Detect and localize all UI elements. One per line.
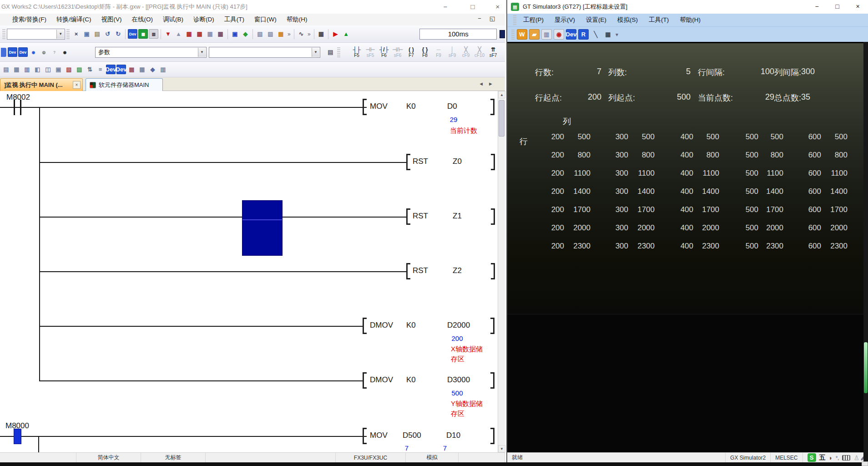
fb-icon[interactable]: ▦ <box>12 65 21 74</box>
read-from-plc-icon[interactable]: ▲ <box>174 29 183 39</box>
sogou-input-icon[interactable]: S <box>807 453 816 462</box>
tab-next-icon[interactable]: ► <box>488 81 493 86</box>
chevron-down-icon[interactable]: ▼ <box>56 30 64 39</box>
mdi-minimize-button[interactable]: − <box>475 15 484 22</box>
toolbar-grip[interactable] <box>513 15 516 25</box>
arrange-windows-icon[interactable]: ▩ <box>276 29 286 39</box>
copy-icon[interactable]: ▣ <box>82 29 91 39</box>
gx-menu-item[interactable]: 窗口(W) <box>249 15 282 24</box>
gt-menu-item[interactable]: 设置(E) <box>580 16 612 24</box>
coil-icon[interactable]: ( ) F7 <box>404 45 418 60</box>
device-display-eye-icon[interactable]: ◉ <box>29 47 38 57</box>
gx-menu-item[interactable]: 工具(T) <box>219 15 249 24</box>
statement-icon[interactable]: ▣ <box>54 65 63 74</box>
keyboard-input-icon[interactable]: ▦ <box>603 29 613 40</box>
toolbar-grip[interactable] <box>2 29 5 39</box>
toolbar-overflow-icon[interactable]: » <box>286 31 292 37</box>
edit-cursor[interactable] <box>242 200 283 256</box>
jump-combo[interactable]: ▼ <box>7 29 66 40</box>
open-project-icon[interactable]: ▰ <box>529 29 540 40</box>
gx-minimize-button[interactable]: − <box>436 0 455 13</box>
toolbar-grip[interactable] <box>511 30 515 40</box>
close-icon[interactable]: × <box>73 81 81 89</box>
soft-keyboard-icon[interactable] <box>842 455 850 461</box>
scrollbar-thumb[interactable] <box>864 342 868 393</box>
toolbar-grip[interactable] <box>337 47 340 57</box>
device-search-icon[interactable]: Dev <box>566 29 576 40</box>
gx-close-button[interactable]: × <box>490 0 505 13</box>
device-display-icon[interactable]: Dev <box>128 29 137 39</box>
punctuation-icon[interactable]: °, <box>836 455 839 461</box>
toolbar-overflow-icon[interactable]: » <box>306 31 312 37</box>
watch-window-icon[interactable]: ▣ <box>230 29 240 39</box>
dev-cross-ref-icon[interactable]: Dev <box>106 65 116 74</box>
horizontal-line-icon[interactable]: ─ F9 <box>432 45 445 60</box>
tab-device-memory[interactable]: 软元件存储器MAIN <box>86 78 163 91</box>
gx-menu-item[interactable]: 诊断(D) <box>188 15 219 24</box>
monitor-write-icon[interactable]: ▦ <box>195 29 204 39</box>
monitor-start-icon[interactable]: ▦ <box>184 29 194 39</box>
gx-menu-item[interactable]: 转换/编译(C) <box>51 15 96 24</box>
tab-prev-icon[interactable]: ◄ <box>479 81 484 86</box>
chevron-down-icon[interactable]: ▼ <box>312 48 319 57</box>
run-icon[interactable]: ▶ <box>331 29 340 39</box>
gx-menu-item[interactable]: 视图(V) <box>96 15 127 24</box>
user-profile-icon[interactable]: ♙ <box>853 454 859 461</box>
delete-vline-icon[interactable]: ╳ cF10 <box>473 45 486 60</box>
window-select-combo[interactable]: 参数 ▼ <box>95 47 207 58</box>
paste-icon[interactable]: ▤ <box>92 29 102 39</box>
open-contact-icon[interactable]: ┤├ F5 <box>350 45 363 60</box>
monitor-pause-icon[interactable]: ▦ <box>205 29 215 39</box>
chip-icon[interactable]: ▦ <box>317 29 326 39</box>
save-project-icon[interactable]: ▥ <box>541 29 552 40</box>
trace-icon[interactable]: ∿ <box>297 29 306 39</box>
new-project-icon[interactable]: W <box>517 29 527 40</box>
option-icon[interactable]: ╲ <box>590 29 601 40</box>
gt-menu-item[interactable]: 工程(P) <box>518 16 549 24</box>
scan-time-box[interactable]: 100ms <box>419 29 497 40</box>
bookmark-icon[interactable]: ▥ <box>158 65 168 74</box>
closed-branch-icon[interactable]: ⊣/⊢ sF6 <box>391 45 404 60</box>
mdi-restore-button[interactable]: ◱ <box>488 15 497 22</box>
closed-contact-icon[interactable]: ┤/├ F6 <box>377 45 391 60</box>
ladder-scrollbar[interactable]: ▲ ▼ <box>498 91 505 452</box>
gx-maximize-button[interactable]: □ <box>463 0 482 13</box>
scroll-down-icon[interactable]: ▼ <box>498 445 505 452</box>
delete-hline-icon[interactable]: ╳ cF9 <box>459 45 473 60</box>
note-edit-icon[interactable]: ▧ <box>64 65 74 74</box>
gt-minimize-button[interactable]: − <box>807 0 827 13</box>
gt-menu-item[interactable]: 工具(T) <box>643 16 674 24</box>
tool-a-icon[interactable]: ▩ <box>127 65 136 74</box>
help-icon[interactable]: ? <box>50 47 59 57</box>
redo-icon[interactable]: ↻ <box>113 29 123 39</box>
device-monitor-icon[interactable]: ▥ <box>149 29 158 39</box>
step-run-icon[interactable]: ▲ <box>341 29 351 39</box>
gx-menu-item[interactable]: 在线(O) <box>127 15 158 24</box>
monitor-screen-icon[interactable]: ▦ <box>138 29 148 39</box>
application-instruction-icon[interactable]: { } F8 <box>418 45 432 60</box>
device-select-combo[interactable]: ▼ <box>209 47 320 58</box>
tile-windows-icon[interactable]: ▨ <box>266 29 275 39</box>
toolbar-grip[interactable] <box>66 29 70 39</box>
jump-icon[interactable]: ◆ <box>148 65 157 74</box>
stop-simulation-icon[interactable]: ◉ <box>554 29 564 40</box>
gt-maximize-button[interactable]: □ <box>827 0 848 13</box>
ladder-block-icon[interactable]: ▥ <box>22 65 32 74</box>
pulse-contact-icon[interactable]: ⇈ sF7 <box>486 45 500 60</box>
page-preview-icon[interactable]: ▤ <box>326 47 335 57</box>
gx-menu-item[interactable]: 搜索/替换(F) <box>7 15 51 24</box>
chevron-down-icon[interactable]: ▼ <box>198 48 206 57</box>
gt-scrollbar[interactable] <box>863 42 868 462</box>
undo-icon[interactable]: ↺ <box>103 29 112 39</box>
dev-list-used-icon[interactable]: Dev <box>116 65 126 74</box>
gt-menu-item[interactable]: 帮助(H) <box>674 16 706 24</box>
zoom-device-icon[interactable]: ◎ <box>39 47 49 57</box>
restart-simulation-icon[interactable]: R <box>578 29 589 40</box>
device-test-icon[interactable]: ▨ <box>75 65 84 74</box>
gx-menu-item[interactable]: 调试(B) <box>158 15 188 24</box>
moon-icon[interactable]: ◗ <box>829 454 833 461</box>
gx-menu-item[interactable]: 帮助(H) <box>282 15 313 24</box>
tool-b-icon[interactable]: ▦ <box>137 65 147 74</box>
list-icon[interactable]: ≡ <box>96 65 105 74</box>
sort-icon[interactable]: ⇅ <box>85 65 95 74</box>
